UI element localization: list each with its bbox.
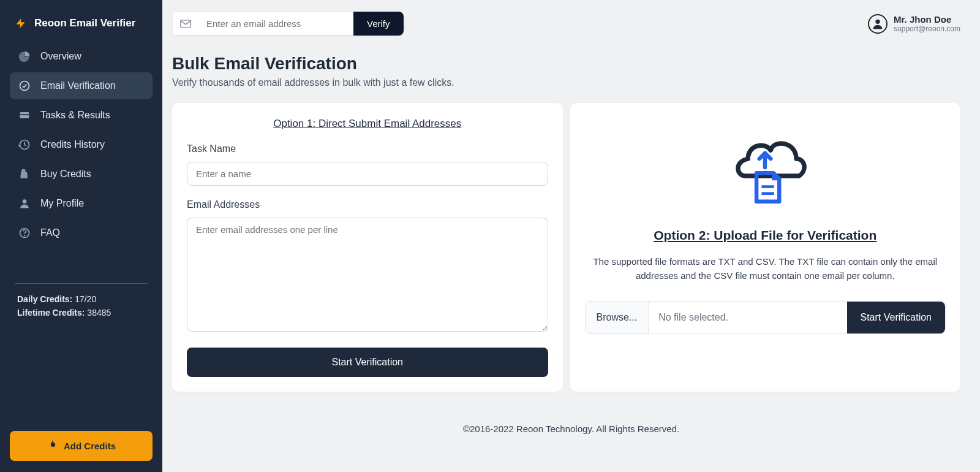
nav-label: My Profile [40, 198, 84, 209]
user-email: support@reoon.com [894, 25, 960, 33]
lightning-icon [15, 17, 27, 29]
nav-list: Overview Email Verification Tasks & Resu… [10, 43, 153, 246]
quick-email-input[interactable] [198, 12, 353, 36]
svg-point-6 [24, 235, 25, 236]
start-verification-button-1[interactable]: Start Verification [187, 348, 548, 377]
svg-point-4 [23, 199, 27, 204]
question-icon [18, 227, 31, 239]
sidebar: Reoon Email Verifier Overview Email Veri… [0, 0, 162, 472]
svg-point-0 [20, 82, 29, 91]
check-circle-icon [18, 80, 31, 92]
svg-rect-7 [180, 20, 190, 28]
sidebar-item-credits-history[interactable]: Credits History [10, 131, 153, 158]
email-icon [172, 12, 198, 36]
task-name-label: Task Name [187, 143, 548, 154]
add-credits-label: Add Credits [64, 441, 116, 451]
verify-button[interactable]: Verify [353, 12, 404, 36]
browse-button[interactable]: Browse... [586, 302, 649, 333]
sidebar-item-faq[interactable]: FAQ [10, 219, 153, 246]
email-addresses-textarea[interactable] [187, 218, 548, 332]
nav-label: FAQ [40, 227, 60, 238]
sidebar-item-my-profile[interactable]: My Profile [10, 190, 153, 217]
sidebar-item-email-verification[interactable]: Email Verification [10, 72, 153, 99]
main-content: Verify Mr. Jhon Doe support@reoon.com Bu… [162, 0, 980, 472]
history-icon [18, 139, 31, 151]
nav-label: Tasks & Results [40, 110, 110, 121]
footer-copyright: ©2016-2022 Reoon Technology. All Rights … [162, 392, 980, 434]
task-name-input[interactable] [187, 162, 548, 186]
svg-point-8 [875, 19, 880, 23]
lifetime-credits-label: Lifetime Credits: [17, 308, 85, 318]
lifetime-credits-value: 38485 [87, 308, 111, 318]
avatar-icon [868, 14, 888, 34]
page-header: Bulk Email Verification Verify thousands… [162, 36, 980, 103]
option2-heading: Option 2: Upload File for Verification [654, 228, 876, 243]
option2-card: Option 2: Upload File for Verification T… [570, 103, 961, 392]
sidebar-item-tasks-results[interactable]: Tasks & Results [10, 102, 153, 129]
svg-rect-2 [20, 114, 29, 115]
card-icon [18, 109, 31, 121]
email-addresses-label: Email Addresses [187, 199, 548, 210]
nav-label: Email Verification [40, 80, 116, 91]
bag-icon [18, 168, 31, 180]
credits-info: Daily Credits: 17/20 Lifetime Credits: 3… [10, 292, 153, 320]
pie-chart-icon [18, 50, 31, 63]
cloud-upload-icon [719, 128, 811, 210]
sidebar-divider [15, 283, 148, 284]
daily-credits-label: Daily Credits: [17, 294, 72, 304]
cards-row: Option 1: Direct Submit Email Addresses … [162, 103, 980, 392]
add-credits-button[interactable]: Add Credits [10, 431, 153, 461]
nav-label: Overview [40, 51, 81, 62]
fire-icon [47, 440, 58, 452]
user-name: Mr. Jhon Doe [894, 14, 960, 25]
page-subtitle: Verify thousands of email addresses in b… [172, 77, 970, 88]
quick-verify-group: Verify [172, 12, 404, 36]
page-title: Bulk Email Verification [172, 54, 970, 74]
option2-description: The supported file formats are TXT and C… [585, 255, 946, 283]
option1-card: Option 1: Direct Submit Email Addresses … [172, 103, 563, 392]
start-verification-button-2[interactable]: Start Verification [847, 302, 946, 333]
brand: Reoon Email Verifier [10, 17, 153, 39]
daily-credits-value: 17/20 [75, 294, 96, 304]
nav-label: Credits History [40, 139, 105, 150]
user-info[interactable]: Mr. Jhon Doe support@reoon.com [868, 14, 960, 34]
option1-heading: Option 1: Direct Submit Email Addresses [187, 118, 548, 130]
file-status-text: No file selected. [649, 302, 846, 333]
sidebar-item-buy-credits[interactable]: Buy Credits [10, 161, 153, 188]
brand-title: Reoon Email Verifier [34, 17, 135, 29]
topbar: Verify Mr. Jhon Doe support@reoon.com [162, 0, 980, 36]
user-icon [18, 197, 31, 210]
nav-label: Buy Credits [40, 169, 91, 180]
file-upload-row: Browse... No file selected. Start Verifi… [585, 301, 946, 334]
sidebar-item-overview[interactable]: Overview [10, 43, 153, 70]
